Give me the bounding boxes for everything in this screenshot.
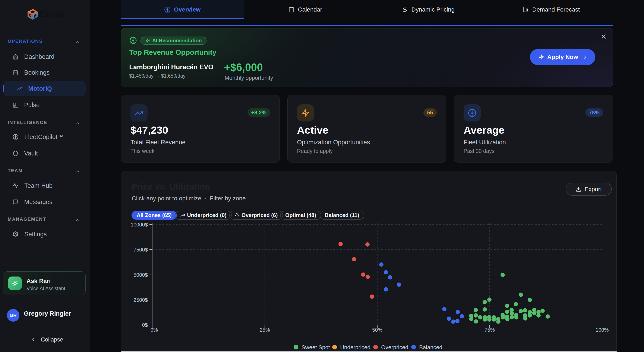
svg-text:Balanced: Balanced [419,344,442,350]
svg-text:Sweet Spot: Sweet Spot [302,344,330,350]
svg-text:Overpriced: Overpriced [381,344,408,350]
svg-text:0%: 0% [150,327,158,333]
svg-text:25%: 25% [260,327,270,333]
svg-text:0$: 0$ [142,322,148,328]
svg-text:10000$: 10000$ [131,222,148,228]
svg-text:5000$: 5000$ [134,272,148,278]
svg-text:Underpriced: Underpriced [340,344,370,350]
svg-text:75%: 75% [484,327,495,333]
svg-text:100%: 100% [596,327,608,333]
svg-text:2500$: 2500$ [134,297,148,303]
svg-text:50%: 50% [372,327,382,333]
svg-text:7500$: 7500$ [134,247,148,253]
